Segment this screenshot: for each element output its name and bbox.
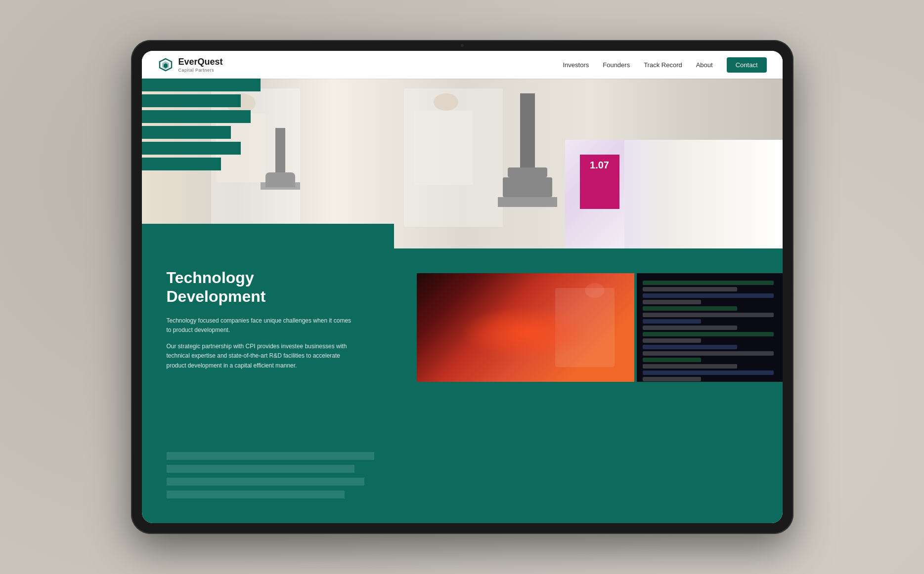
tablet-frame: EverQuest Capital Partners Investors Fou… [131, 40, 793, 534]
red-lab-visual [417, 273, 634, 382]
pink-banner: 1.07 [580, 155, 619, 209]
teal-bar-5 [142, 142, 241, 155]
content-section: Technology Development Technology focuse… [142, 248, 783, 523]
teal-bar-4 [142, 126, 231, 139]
tablet-camera [461, 44, 464, 47]
teal-bar-2 [142, 94, 241, 107]
teal-bar-1 [142, 79, 261, 91]
stripe-4 [167, 491, 345, 498]
section-desc-1: Technology focused companies face unique… [167, 316, 354, 335]
logo-area: EverQuest Capital Partners [158, 57, 223, 73]
stripe-1 [167, 452, 374, 460]
nav-link-founders[interactable]: Founders [603, 61, 630, 69]
nav-link-about[interactable]: About [696, 61, 713, 69]
stripe-2 [167, 465, 354, 473]
contact-button[interactable]: Contact [727, 57, 767, 73]
microscope-right [478, 93, 577, 242]
hospital-image: 1.07 [565, 140, 783, 248]
teal-bars-left [142, 79, 261, 173]
logo-sub: Capital Partners [178, 68, 223, 73]
logo-name: EverQuest [178, 57, 223, 68]
red-lab-image [417, 273, 634, 382]
logo-icon [158, 57, 174, 73]
teal-mid-strip [565, 248, 783, 273]
teal-bottom-left-block [142, 224, 394, 258]
stripe-3 [167, 478, 364, 486]
nav-link-investors[interactable]: Investors [563, 61, 589, 69]
nav-links: Investors Founders Track Record About Co… [563, 57, 766, 73]
teal-bar-6 [142, 158, 221, 170]
code-visual [637, 273, 783, 382]
teal-bar-3 [142, 110, 251, 123]
section-title: Technology Development [167, 268, 354, 306]
nav-link-track-record[interactable]: Track Record [644, 61, 682, 69]
section-desc-2: Our strategic partnership with CPI provi… [167, 342, 354, 370]
navbar: EverQuest Capital Partners Investors Fou… [142, 51, 783, 79]
stat-number: 1.07 [590, 160, 609, 171]
text-area: Technology Development Technology focuse… [167, 268, 354, 377]
stripe-decorations [167, 452, 374, 498]
right-images-container: 1.07 [565, 140, 783, 523]
logo-text: EverQuest Capital Partners [178, 57, 223, 73]
tablet-screen: EverQuest Capital Partners Investors Fou… [142, 51, 783, 523]
code-screenshot [637, 273, 783, 382]
